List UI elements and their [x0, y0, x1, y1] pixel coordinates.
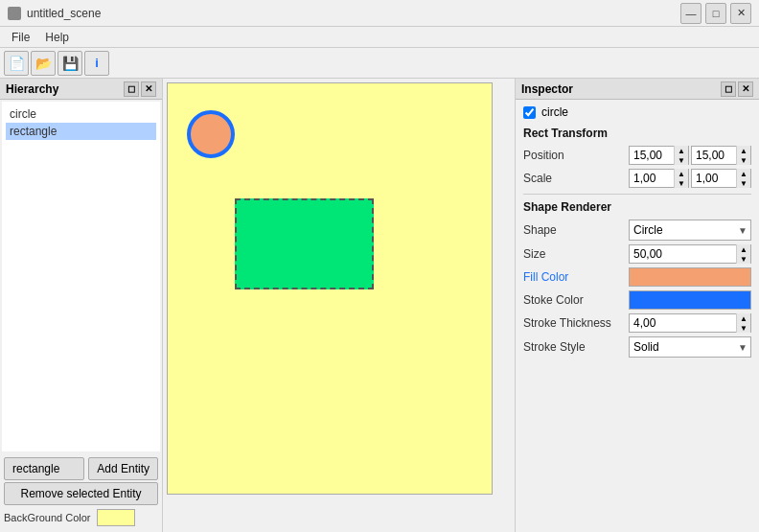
position-x-input[interactable] [630, 147, 674, 164]
stroke-thickness-row: Stroke Thickness ▲ ▼ [523, 313, 751, 333]
entity-buttons-row: rectangle Add Entity [4, 457, 158, 480]
stroke-style-select[interactable]: Solid Dashed Dotted [629, 336, 751, 358]
shape-select-wrapper[interactable]: Circle Rectangle Triangle ▼ [629, 220, 751, 241]
scale-x-input[interactable] [630, 170, 674, 187]
size-input[interactable] [630, 245, 736, 263]
canvas-area[interactable] [163, 79, 515, 532]
inspector-header: Inspector ◻ ✕ [516, 79, 759, 100]
window-title: untitled_scene [27, 7, 101, 20]
hierarchy-item-rectangle[interactable]: rectangle [6, 123, 156, 140]
hierarchy-close-button[interactable]: ✕ [141, 81, 156, 97]
new-icon: 📄 [9, 56, 25, 71]
minimize-button[interactable]: — [680, 3, 702, 24]
folder-icon: 📂 [35, 56, 52, 71]
save-button[interactable]: 💾 [58, 51, 82, 76]
size-spinner[interactable]: ▲ ▼ [736, 244, 750, 264]
info-button[interactable]: i [84, 51, 109, 76]
inspector-header-btns: ◻ ✕ [721, 81, 753, 97]
stroke-thickness-label: Stroke Thickness [523, 316, 629, 330]
hierarchy-title: Hierarchy [6, 82, 58, 96]
position-x-field[interactable]: ▲ ▼ [629, 146, 689, 165]
position-x-spinner[interactable]: ▲ ▼ [674, 146, 688, 165]
stroke-color-row: Stoke Color [523, 290, 751, 310]
stroke-color-label: Stoke Color [523, 293, 629, 307]
new-button[interactable]: 📄 [4, 51, 29, 76]
scale-fields: ▲ ▼ ▲ ▼ [629, 169, 751, 188]
selected-entity-display: rectangle [4, 457, 84, 480]
inspector-panel: Inspector ◻ ✕ circle Rect Transform Posi… [515, 79, 759, 532]
canvas-background [167, 82, 493, 495]
position-x-up[interactable]: ▲ [675, 146, 688, 155]
remove-entity-button[interactable]: Remove selected Entity [4, 482, 158, 505]
scale-x-down[interactable]: ▼ [675, 178, 688, 188]
hierarchy-header-btns: ◻ ✕ [124, 81, 156, 97]
title-bar: untitled_scene — □ ✕ [0, 0, 759, 27]
size-field[interactable]: ▲ ▼ [629, 244, 751, 264]
size-row: Size ▲ ▼ [523, 244, 751, 264]
open-button[interactable]: 📂 [31, 51, 56, 76]
stroke-color-swatch[interactable] [629, 290, 751, 310]
position-x-down[interactable]: ▼ [675, 155, 688, 165]
shape-label: Shape [523, 223, 629, 237]
bg-color-swatch[interactable] [97, 509, 135, 526]
scale-label: Scale [523, 172, 629, 185]
position-y-spinner[interactable]: ▲ ▼ [736, 146, 750, 165]
scale-x-up[interactable]: ▲ [675, 169, 688, 178]
close-button[interactable]: ✕ [730, 3, 751, 24]
divider-1 [523, 194, 751, 195]
save-icon: 💾 [62, 56, 79, 71]
hierarchy-footer: rectangle Add Entity Remove selected Ent… [0, 453, 162, 532]
inspector-close-button[interactable]: ✕ [738, 81, 753, 97]
position-label: Position [523, 149, 629, 162]
scale-y-down[interactable]: ▼ [737, 178, 750, 188]
scale-x-field[interactable]: ▲ ▼ [629, 169, 689, 188]
position-y-down[interactable]: ▼ [737, 155, 750, 165]
scale-y-input[interactable] [692, 170, 736, 187]
menu-file[interactable]: File [4, 29, 37, 45]
hierarchy-list: circle rectangle [2, 102, 160, 451]
hierarchy-header: Hierarchy ◻ ✕ [0, 79, 162, 100]
background-color-row: BackGround Color [4, 507, 158, 528]
scale-x-spinner[interactable]: ▲ ▼ [674, 169, 688, 188]
title-bar-left: untitled_scene [8, 7, 101, 20]
rect-transform-title: Rect Transform [523, 127, 751, 140]
stroke-thickness-up[interactable]: ▲ [737, 313, 750, 323]
position-y-input[interactable] [692, 147, 736, 164]
inspector-restore-button[interactable]: ◻ [721, 81, 736, 97]
position-y-field[interactable]: ▲ ▼ [691, 146, 751, 165]
stroke-style-row: Stroke Style Solid Dashed Dotted ▼ [523, 336, 751, 358]
stroke-thickness-spinner[interactable]: ▲ ▼ [736, 313, 750, 333]
hierarchy-panel: Hierarchy ◻ ✕ circle rectangle rectangle… [0, 79, 163, 532]
fill-color-row: Fill Color [523, 267, 751, 287]
scale-y-spinner[interactable]: ▲ ▼ [736, 169, 750, 188]
scale-y-field[interactable]: ▲ ▼ [691, 169, 751, 188]
rectangle-shape[interactable] [235, 198, 374, 289]
circle-shape[interactable] [187, 110, 235, 158]
fill-color-label: Fill Color [523, 270, 629, 284]
scale-row: Scale ▲ ▼ ▲ ▼ [523, 169, 751, 188]
size-up[interactable]: ▲ [737, 244, 750, 254]
menu-help[interactable]: Help [37, 29, 77, 45]
app-icon [8, 7, 21, 20]
stroke-style-label: Stroke Style [523, 340, 629, 354]
inspector-checkbox-row: circle [523, 105, 751, 119]
add-entity-button[interactable]: Add Entity [88, 457, 158, 480]
hierarchy-restore-button[interactable]: ◻ [124, 81, 139, 97]
entity-active-checkbox[interactable] [523, 106, 536, 119]
fill-color-swatch[interactable] [629, 267, 751, 287]
stroke-thickness-field[interactable]: ▲ ▼ [629, 313, 751, 333]
stroke-style-select-wrapper[interactable]: Solid Dashed Dotted ▼ [629, 336, 751, 358]
stroke-thickness-down[interactable]: ▼ [737, 323, 750, 333]
scale-y-up[interactable]: ▲ [737, 169, 750, 178]
maximize-button[interactable]: □ [705, 3, 726, 24]
shape-select[interactable]: Circle Rectangle Triangle [629, 220, 751, 241]
position-y-up[interactable]: ▲ [737, 146, 750, 155]
inspector-title: Inspector [521, 82, 573, 96]
bg-color-label: BackGround Color [4, 512, 91, 523]
position-fields: ▲ ▼ ▲ ▼ [629, 146, 751, 165]
canvas-viewport [167, 82, 511, 528]
hierarchy-item-circle[interactable]: circle [6, 105, 156, 123]
stroke-thickness-input[interactable] [630, 314, 736, 332]
shape-row: Shape Circle Rectangle Triangle ▼ [523, 220, 751, 241]
size-down[interactable]: ▼ [737, 254, 750, 264]
